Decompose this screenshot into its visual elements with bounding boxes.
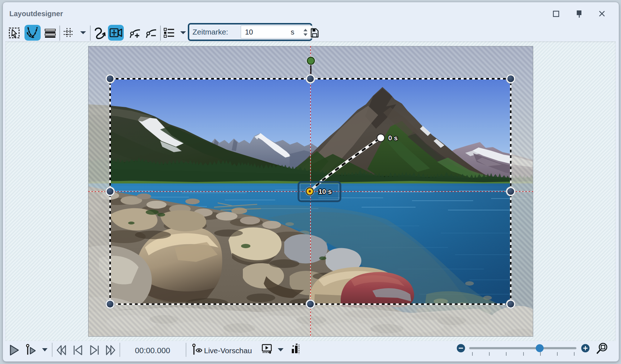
svg-text:00:00.000: 00:00.000 [135, 346, 170, 355]
svg-text:10 s: 10 s [318, 188, 332, 195]
svg-text:Live-Vorschau: Live-Vorschau [204, 346, 252, 355]
svg-text:0 s: 0 s [388, 134, 398, 142]
